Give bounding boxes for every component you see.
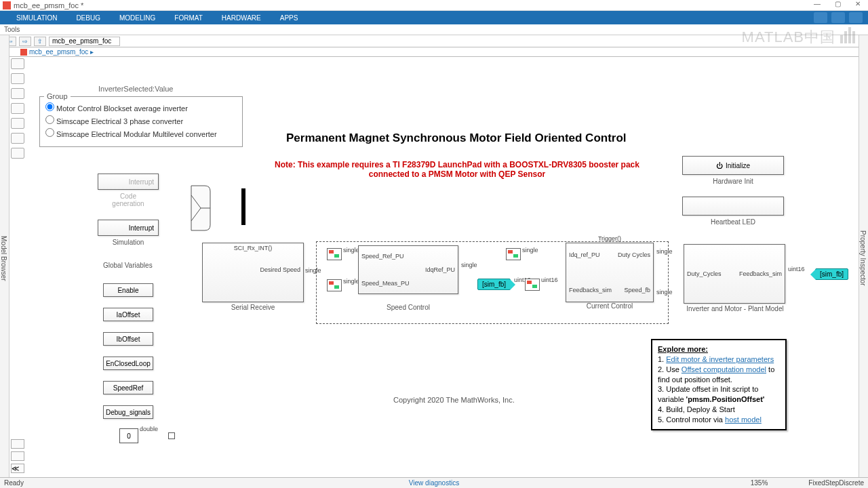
tab-format[interactable]: FORMAT <box>165 11 212 24</box>
power-icon: ⏻ <box>716 162 723 169</box>
nav-fwd-button[interactable]: ⇨ <box>19 37 31 46</box>
rate-transition-4[interactable] <box>506 248 521 260</box>
radio-opt-2[interactable]: Simscape Electrical Modular Multilevel c… <box>45 127 237 140</box>
constant-0-block[interactable]: 0 <box>119 428 138 443</box>
toolstrip: SIMULATION DEBUG MODELING FORMAT HARDWAR… <box>0 11 868 24</box>
globals-title: Global Variables <box>103 262 153 269</box>
link-edit-params[interactable]: Edit motor & inverter parameters <box>666 355 774 363</box>
model-title: Permanent Magnet Synchronous Motor Field… <box>286 131 627 145</box>
solver-label[interactable]: FixedStepDiscrete <box>808 479 864 487</box>
model-icon <box>20 49 27 56</box>
quick-access-1[interactable] <box>814 12 827 23</box>
status-ready: Ready <box>4 479 24 487</box>
global-iaoffset[interactable]: IaOffset <box>103 308 153 321</box>
variant-switch-block[interactable] <box>190 184 212 232</box>
sig-uint16-3: uint16 <box>788 266 805 272</box>
rate-transition-3[interactable] <box>525 279 540 291</box>
palette-b1[interactable] <box>11 439 24 449</box>
quick-access-2[interactable] <box>831 12 845 23</box>
breadcrumb-path[interactable]: mcb_ee_pmsm_foc <box>49 37 120 46</box>
model-browser-strip[interactable]: Model Browser <box>0 35 9 479</box>
palette-hide-button[interactable] <box>11 58 24 69</box>
sig-single-6: single <box>656 248 673 255</box>
tab-debug[interactable]: DEBUG <box>66 11 110 24</box>
sig-uint16-2: uint16 <box>541 277 558 283</box>
property-inspector-strip[interactable]: Property Inspector <box>859 35 868 479</box>
tab-apps[interactable]: APPS <box>271 11 308 24</box>
interrupt-codegen-block[interactable]: Interrupt <box>98 174 159 190</box>
sig-single-3: single <box>343 278 359 285</box>
hardware-init-block[interactable]: ⏻ Initialize <box>682 156 784 175</box>
heartbeat-block[interactable] <box>682 197 784 216</box>
palette-annotate-button[interactable] <box>11 118 24 129</box>
close-button[interactable]: ✕ <box>848 0 868 11</box>
rate-transition-2[interactable] <box>327 279 342 291</box>
explore-more-note: Explore more: 1. Edit motor & inverter p… <box>651 339 787 430</box>
tools-row: Tools <box>0 24 868 35</box>
group-legend: Group <box>44 92 71 100</box>
note-head: Explore more: <box>658 344 780 354</box>
palette-collapse[interactable]: ≪ <box>11 464 24 473</box>
variant-header: InverterSelected:Value <box>98 85 173 93</box>
global-enclosedloop[interactable]: EnClosedLoop <box>103 357 153 370</box>
radio-opt-1[interactable]: Simscape Electrical 3 phase converter <box>45 114 237 127</box>
window-titlebar: mcb_ee_pmsm_foc * — ▢ ✕ <box>0 0 868 11</box>
hardware-init-caption: Hardware Init <box>682 178 784 185</box>
model-name[interactable]: mcb_ee_pmsm_foc <box>29 48 88 56</box>
heartbeat-caption: Heartbeat LED <box>682 218 784 226</box>
palette-zoom-button[interactable] <box>11 73 24 84</box>
palette-zoom100-button[interactable] <box>11 103 24 114</box>
current-control-block[interactable]: Trigger() Idq_ref_PU Feedbacks_sim Duty … <box>566 243 654 302</box>
help-button[interactable] <box>849 12 863 23</box>
global-enable[interactable]: Enable <box>103 283 153 297</box>
terminator-block[interactable] <box>168 432 175 439</box>
tab-simulation[interactable]: SIMULATION <box>7 11 66 24</box>
mux-block[interactable] <box>241 188 245 225</box>
requirements-note: Note: This example requires a TI F28379D… <box>260 160 654 179</box>
variant-group-panel[interactable]: InverterSelected:Value Group Motor Contr… <box>39 96 243 147</box>
zoom-level[interactable]: 135% <box>751 479 768 487</box>
nav-up-button[interactable]: ⇧ <box>34 37 46 46</box>
palette-fit-button[interactable] <box>11 88 24 99</box>
interrupt-sim-block[interactable]: Interrupt <box>98 220 159 236</box>
simfb-from-tag[interactable]: [sim_fb] <box>477 279 511 290</box>
global-iboffset[interactable]: IbOffset <box>103 332 153 346</box>
sig-single-5: single <box>522 247 538 253</box>
sig-single-7: single <box>656 289 673 296</box>
palette-b2[interactable] <box>11 451 24 461</box>
plant-block[interactable]: Duty_Cycles Feedbacks_sim <box>684 244 785 304</box>
interrupt-sim-caption: Simulation <box>111 239 145 246</box>
window-title: mcb_ee_pmsm_foc * <box>14 1 83 9</box>
radio-opt-0[interactable]: Motor Control Blockset average inverter <box>45 101 237 114</box>
canvas-bottom-palette: ≪ <box>11 439 24 473</box>
model-canvas[interactable]: InverterSelected:Value Group Motor Contr… <box>30 58 857 473</box>
link-offset-model[interactable]: Offset computation model <box>682 365 766 373</box>
minimize-button[interactable]: — <box>807 0 827 11</box>
speed-control-caption: Speed Control <box>358 304 458 311</box>
sig-single-4: single <box>461 262 477 268</box>
rate-transition-1[interactable] <box>327 248 342 260</box>
speed-control-block[interactable]: Speed_Ref_PU Speed_Meas_PU IdqRef_PU <box>358 245 458 294</box>
sig-single-1: single <box>305 267 321 274</box>
tab-hardware[interactable]: HARDWARE <box>212 11 271 24</box>
tab-modeling[interactable]: MODELING <box>110 11 165 24</box>
view-diagnostics-link[interactable]: View diagnostics <box>409 479 459 487</box>
global-speedref[interactable]: SpeedRef <box>103 381 153 394</box>
app-icon <box>3 1 11 9</box>
maximize-button[interactable]: ▢ <box>827 0 848 11</box>
sig-single-2: single <box>343 247 359 253</box>
interrupt-codegen-caption: Code generation <box>104 192 152 207</box>
explorer-bar: ⇦ ⇨ ⇧ mcb_ee_pmsm_foc <box>0 35 868 47</box>
palette-image-button[interactable] <box>11 133 24 144</box>
canvas-palette <box>11 58 27 159</box>
link-host-model[interactable]: host model <box>725 415 762 424</box>
serial-receive-block[interactable]: Desired Speed SCI_Rx_INT() <box>202 243 304 302</box>
serial-receive-caption: Serial Receive <box>202 304 304 311</box>
model-tab-bar: mcb_ee_pmsm_foc ▸ ▾ <box>0 47 868 57</box>
palette-comment-button[interactable] <box>11 148 24 159</box>
current-control-caption: Current Control <box>566 302 654 310</box>
global-debug[interactable]: Debug_signals <box>103 405 153 419</box>
copyright-text: Copyright 2020 The MathWorks, Inc. <box>393 396 515 404</box>
plant-caption: Inverter and Motor - Plant Model <box>674 305 796 312</box>
simfb-goto-tag[interactable]: [sim_fb] <box>815 268 848 280</box>
